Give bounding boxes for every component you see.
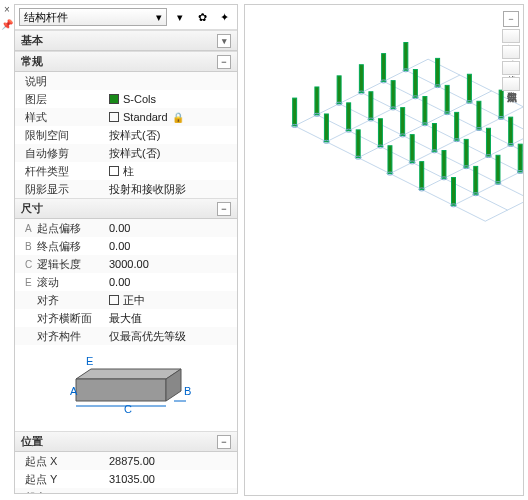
svg-rect-83 — [452, 178, 456, 206]
prop-row[interactable]: 杆件类型柱 — [15, 162, 237, 180]
wand-button[interactable]: ✦ — [215, 8, 233, 26]
collapse-icon: − — [217, 435, 231, 449]
lock-icon: 🔒 — [172, 112, 184, 123]
panel-toolbar: 结构杆件 ▾ ▾ ✿ ✦ — [15, 5, 237, 30]
svg-rect-71 — [420, 162, 424, 190]
section-pos[interactable]: 位置 − — [15, 431, 237, 452]
svg-rect-77 — [486, 128, 490, 156]
prop-row[interactable]: A起点偏移0.00 — [15, 219, 237, 237]
svg-rect-63 — [432, 124, 436, 152]
svg-rect-23 — [293, 98, 297, 126]
svg-rect-69 — [499, 90, 503, 118]
prop-row[interactable]: 说明 — [15, 72, 237, 90]
svg-rect-85 — [474, 166, 478, 194]
svg-rect-31 — [382, 54, 386, 82]
prop-label: A起点偏移 — [25, 221, 105, 236]
svg-marker-0 — [76, 369, 181, 379]
svg-rect-73 — [442, 151, 446, 179]
prop-row[interactable]: 图层S-Cols — [15, 90, 237, 108]
svg-rect-57 — [467, 74, 471, 102]
prop-label: 阴影显示 — [25, 182, 105, 197]
svg-rect-79 — [509, 117, 513, 145]
prop-row[interactable]: 起点 Y31035.00 — [15, 470, 237, 488]
prop-value[interactable]: 31035.00 — [105, 473, 233, 485]
prop-value[interactable]: 投射和接收阴影 — [105, 182, 233, 197]
expand-icon: ▾ — [217, 34, 231, 48]
svg-rect-35 — [324, 114, 328, 142]
prop-value[interactable]: S-Cols — [105, 93, 233, 105]
svg-rect-41 — [391, 81, 395, 109]
properties-panel: 结构杆件 ▾ ▾ ✿ ✦ 基本 ▾ 常规 − 说明图层S-Cols样式Stand… — [14, 4, 238, 494]
3d-viewport[interactable]: − 主视 比较 修改对比 知识数据库 — [244, 4, 524, 496]
prop-row[interactable]: 自动修剪按样式(否) — [15, 144, 237, 162]
svg-text:B: B — [184, 385, 191, 397]
prop-row[interactable]: 对齐正中 — [15, 291, 237, 309]
section-general[interactable]: 常规 − — [15, 51, 237, 72]
view-tab-db[interactable]: 知识数据库 — [502, 77, 520, 91]
prop-row[interactable]: E滚动0.00 — [15, 273, 237, 291]
prop-label: 自动修剪 — [25, 146, 105, 161]
prop-row[interactable]: 起点 Z0.00 — [15, 488, 237, 494]
svg-rect-25 — [315, 87, 319, 115]
prop-label: 起点 Z — [25, 490, 105, 495]
type-selected-label: 结构杆件 — [24, 10, 68, 25]
prop-value[interactable]: Standard🔒 — [105, 111, 233, 123]
prop-label: C逻辑长度 — [25, 257, 105, 272]
section-dim[interactable]: 尺寸 − — [15, 198, 237, 219]
view-tab-compare[interactable]: 比较 — [502, 45, 520, 59]
prop-label: 杆件类型 — [25, 164, 105, 179]
prop-value[interactable]: 0.00 — [105, 276, 233, 288]
prop-value[interactable]: 最大值 — [105, 311, 233, 326]
prop-value[interactable]: 3000.00 — [105, 258, 233, 270]
view-tab-main[interactable]: 主视 — [502, 29, 520, 43]
svg-rect-49 — [378, 119, 382, 147]
svg-rect-45 — [436, 58, 440, 86]
style-icon — [109, 112, 119, 122]
prop-value[interactable]: 按样式(否) — [105, 128, 233, 143]
close-icon[interactable]: × — [4, 4, 10, 15]
prop-row[interactable]: 阴影显示投射和接收阴影 — [15, 180, 237, 198]
prop-value[interactable]: 28875.00 — [105, 455, 233, 467]
svg-text:C: C — [124, 403, 132, 415]
svg-rect-33 — [404, 42, 408, 70]
svg-rect-87 — [496, 155, 500, 183]
view-tab-modify[interactable]: 修改对比 — [502, 61, 520, 75]
collapse-icon: − — [217, 202, 231, 216]
svg-rect-47 — [356, 130, 360, 158]
type-selector[interactable]: 结构杆件 ▾ — [19, 8, 167, 26]
prop-row[interactable]: C逻辑长度3000.00 — [15, 255, 237, 273]
svg-rect-75 — [464, 139, 468, 167]
member-preview: E A B C — [15, 345, 237, 431]
align-icon — [109, 295, 119, 305]
prop-value[interactable]: 正中 — [105, 293, 233, 308]
svg-rect-37 — [347, 103, 351, 131]
section-basic[interactable]: 基本 ▾ — [15, 30, 237, 51]
view-toggle-button[interactable]: − — [503, 11, 519, 27]
prop-value[interactable]: 柱 — [105, 164, 233, 179]
prop-row[interactable]: 对齐构件仅最高优先等级 — [15, 327, 237, 345]
prop-value[interactable]: 0.00 — [105, 240, 233, 252]
svg-rect-61 — [410, 135, 414, 163]
svg-line-21 — [485, 154, 523, 221]
prop-row[interactable]: 对齐横断面最大值 — [15, 309, 237, 327]
prop-value[interactable]: 0.00 — [105, 491, 233, 494]
svg-rect-43 — [413, 69, 417, 97]
plant-button[interactable]: ✿ — [193, 8, 211, 26]
prop-row[interactable]: 起点 X28875.00 — [15, 452, 237, 470]
prop-value[interactable]: 0.00 — [105, 222, 233, 234]
prop-label: 说明 — [25, 74, 105, 89]
prop-value[interactable]: 按样式(否) — [105, 146, 233, 161]
prop-label: B终点偏移 — [25, 239, 105, 254]
prop-value[interactable]: 仅最高优先等级 — [105, 329, 233, 344]
prop-row[interactable]: 样式Standard🔒 — [15, 108, 237, 126]
prop-row[interactable]: 限制空间按样式(否) — [15, 126, 237, 144]
pin-icon[interactable]: 📌 — [1, 19, 13, 30]
svg-text:E: E — [86, 355, 93, 367]
prop-row[interactable]: B终点偏移0.00 — [15, 237, 237, 255]
prop-label: 对齐横断面 — [25, 311, 105, 326]
prop-label: 对齐 — [25, 293, 105, 308]
column-icon — [109, 166, 119, 176]
list-button[interactable]: ▾ — [171, 8, 189, 26]
svg-rect-27 — [337, 76, 341, 104]
prop-label: 样式 — [25, 110, 105, 125]
